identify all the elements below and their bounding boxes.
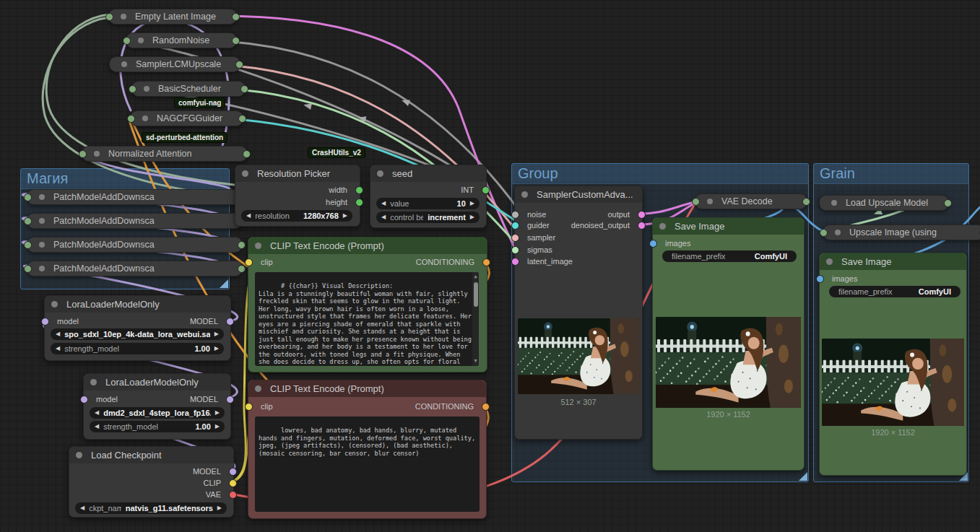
collapse-toggle[interactable] bbox=[144, 86, 149, 92]
input-slot[interactable] bbox=[24, 193, 32, 201]
collapse-toggle[interactable] bbox=[255, 243, 261, 249]
negative-prompt-textarea[interactable]: lowres, bad anatomy, bad hands, blurry, … bbox=[255, 417, 480, 512]
stepper-right-arrow[interactable]: ▶ bbox=[470, 198, 474, 209]
collapse-toggle[interactable] bbox=[138, 38, 144, 43]
filename-prefix-widget[interactable]: filename_prefix ComfyUI bbox=[662, 250, 797, 262]
output-slot[interactable] bbox=[238, 241, 246, 249]
input-slot[interactable] bbox=[24, 217, 32, 225]
input-clip[interactable]: clip bbox=[248, 401, 273, 411]
resolution-combo[interactable]: ◀ resolution 1280x768 ▶ bbox=[241, 210, 352, 222]
output-output[interactable]: output bbox=[607, 209, 642, 219]
node-seed[interactable]: seed INT ◀ value 10 ▶ ◀ control bef ... … bbox=[370, 165, 487, 228]
node-load-checkpoint[interactable]: Load Checkpoint MODEL CLIP VAE ◀ ckpt_na… bbox=[69, 446, 234, 518]
output-slot[interactable] bbox=[238, 265, 246, 273]
strength-model-widget[interactable]: ◀ strength_model 1.00 ▶ bbox=[51, 343, 224, 354]
input-images[interactable]: images bbox=[653, 238, 690, 248]
combo-left-arrow[interactable]: ◀ bbox=[246, 210, 251, 222]
node-lora-loader-1[interactable]: LoraLoaderModelOnly model MODEL ◀ spo_sd… bbox=[44, 295, 231, 361]
collapse-toggle[interactable] bbox=[242, 170, 248, 177]
output-width[interactable]: width bbox=[329, 185, 360, 195]
collapse-toggle[interactable] bbox=[826, 258, 833, 265]
node-save-image-1[interactable]: Save Image images filename_prefix ComfyU… bbox=[652, 217, 805, 471]
node-clip-text-encode-negative[interactable]: CLIP Text Encode (Prompt) clip CONDITION… bbox=[248, 380, 487, 519]
output-int[interactable]: INT bbox=[461, 185, 486, 195]
input-sigmas[interactable]: sigmas bbox=[515, 245, 552, 255]
lora-name-combo[interactable]: ◀ spo_sdxl_10ep_4k-data_lora_webui.saf .… bbox=[51, 328, 224, 340]
combo-right-arrow[interactable]: ▶ bbox=[214, 328, 219, 340]
collapse-toggle[interactable] bbox=[377, 170, 383, 177]
lora-name-combo[interactable]: ◀ dmd2_sdxl_4step_lora_fp16. ... ▶ bbox=[90, 407, 225, 419]
node-basic-scheduler[interactable]: BasicScheduler bbox=[131, 81, 246, 97]
stepper-left-arrow[interactable]: ◀ bbox=[95, 421, 99, 432]
collapse-toggle[interactable] bbox=[90, 379, 97, 385]
node-sampler-custom-advanced[interactable]: SamplerCustomAdva... noise guider sample… bbox=[514, 186, 643, 440]
positive-prompt-textarea[interactable]: # {{char}} Visual Description: Lila is a… bbox=[255, 272, 479, 366]
stepper-right-arrow[interactable]: ▶ bbox=[214, 343, 219, 354]
ckpt-name-combo[interactable]: ◀ ckpt_name natvis_g11.safetensors ▶ bbox=[75, 502, 227, 514]
combo-right-arrow[interactable]: ▶ bbox=[470, 212, 474, 223]
collapse-toggle[interactable] bbox=[76, 452, 82, 458]
collapse-toggle[interactable] bbox=[39, 242, 45, 248]
output-slot[interactable] bbox=[232, 37, 240, 45]
scroll-down-arrow[interactable]: ▼ bbox=[472, 358, 479, 365]
combo-right-arrow[interactable]: ▶ bbox=[343, 210, 347, 222]
output-slot[interactable] bbox=[232, 13, 240, 21]
collapse-toggle[interactable] bbox=[39, 194, 45, 200]
collapse-toggle[interactable] bbox=[521, 191, 528, 198]
collapse-toggle[interactable] bbox=[659, 223, 666, 230]
node-vae-decode[interactable]: VAE Decode bbox=[695, 193, 807, 209]
input-slot[interactable] bbox=[24, 241, 32, 249]
input-guider[interactable]: guider bbox=[515, 220, 550, 230]
output-slot[interactable] bbox=[235, 61, 243, 69]
node-lora-loader-2[interactable]: LoraLoaderModelOnly model MODEL ◀ dmd2_s… bbox=[83, 373, 231, 440]
input-latent-image[interactable]: latent_image bbox=[515, 256, 573, 266]
input-sampler[interactable]: sampler bbox=[515, 232, 555, 243]
input-images[interactable]: images bbox=[820, 274, 857, 284]
output-slot[interactable] bbox=[944, 199, 952, 207]
output-slot[interactable] bbox=[238, 115, 246, 123]
node-patch-model-add-downscale-3[interactable]: PatchModelAddDownsca bbox=[27, 237, 243, 253]
input-model[interactable]: model bbox=[84, 394, 118, 404]
output-conditioning[interactable]: CONDITIONING bbox=[416, 257, 487, 267]
input-slot[interactable] bbox=[123, 37, 131, 45]
node-random-noise[interactable]: RandomNoise bbox=[126, 32, 237, 48]
collapse-toggle[interactable] bbox=[94, 151, 100, 157]
node-save-image-2[interactable]: Save Image images filename_prefix ComfyU… bbox=[819, 253, 967, 476]
input-clip[interactable]: clip bbox=[248, 257, 273, 267]
node-nag-cfg-guider[interactable]: NAGCFGGuider bbox=[130, 110, 243, 126]
input-slot[interactable] bbox=[820, 229, 828, 237]
input-slot[interactable] bbox=[129, 85, 136, 93]
input-noise[interactable]: noise bbox=[515, 209, 546, 219]
collapse-toggle[interactable] bbox=[39, 218, 45, 224]
scrollbar-thumb[interactable] bbox=[474, 282, 478, 307]
input-slot[interactable] bbox=[127, 115, 135, 123]
collapse-toggle[interactable] bbox=[39, 266, 45, 271]
output-vae[interactable]: VAE bbox=[206, 489, 233, 500]
node-clip-text-encode-positive[interactable]: CLIP Text Encode (Prompt) clip CONDITION… bbox=[248, 237, 487, 372]
node-load-upscale-model[interactable]: Load Upscale Model bbox=[819, 195, 949, 211]
collapse-toggle[interactable] bbox=[121, 61, 127, 67]
node-resolution-picker[interactable]: Resolution Picker width height ◀ resolut… bbox=[235, 165, 360, 227]
node-sampler-lcm-upscale[interactable]: SamplerLCMUpscale bbox=[109, 56, 240, 72]
strength-model-widget[interactable]: ◀ strength_model 1.00 ▶ bbox=[90, 421, 225, 432]
input-slot[interactable] bbox=[692, 198, 700, 206]
seed-value-widget[interactable]: ◀ value 10 ▶ bbox=[376, 198, 480, 209]
seed-control-widget[interactable]: ◀ control bef ... increment ▶ bbox=[376, 212, 480, 223]
stepper-right-arrow[interactable]: ▶ bbox=[215, 421, 220, 432]
group-resize-handle[interactable] bbox=[220, 279, 228, 288]
textarea-scrollbar[interactable]: ▲ ▼ bbox=[472, 272, 479, 366]
group-resize-handle[interactable] bbox=[799, 472, 807, 481]
scroll-up-arrow[interactable]: ▲ bbox=[472, 274, 479, 280]
combo-left-arrow[interactable]: ◀ bbox=[80, 502, 84, 514]
collapse-toggle[interactable] bbox=[831, 200, 837, 206]
collapse-toggle[interactable] bbox=[51, 301, 58, 308]
filename-prefix-widget[interactable]: filename_prefix ComfyUI bbox=[829, 286, 961, 297]
node-upscale-image-using-model[interactable]: Upscale Image (using bbox=[823, 224, 980, 240]
output-clip[interactable]: CLIP bbox=[204, 478, 233, 488]
node-normalized-attention[interactable]: Normalized Attention bbox=[82, 146, 248, 162]
node-patch-model-add-downscale-2[interactable]: PatchModelAddDownsca bbox=[27, 213, 243, 229]
node-empty-latent-image[interactable]: Empty Latent Image bbox=[108, 9, 237, 25]
output-slot[interactable] bbox=[802, 198, 810, 206]
combo-left-arrow[interactable]: ◀ bbox=[56, 328, 60, 340]
input-slot[interactable] bbox=[105, 13, 113, 21]
